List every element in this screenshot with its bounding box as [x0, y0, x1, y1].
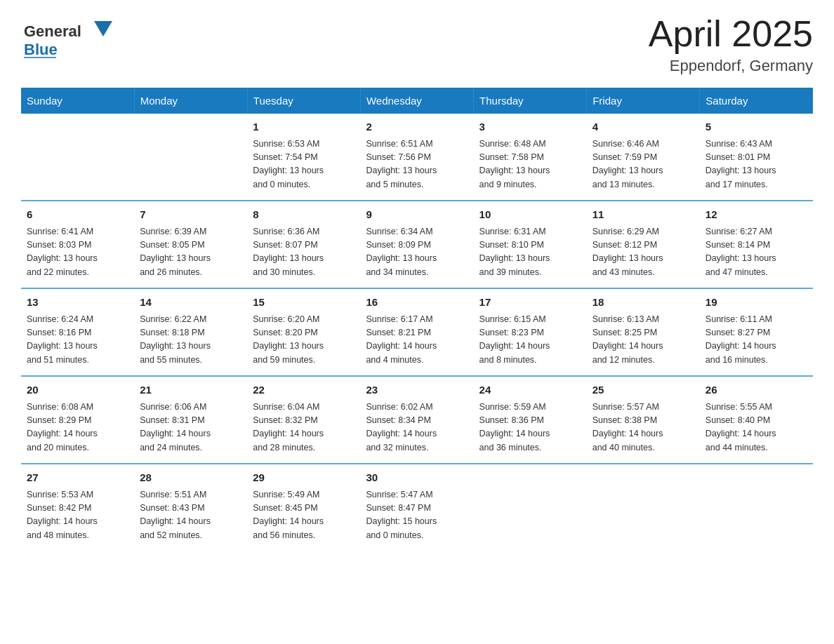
- day-number: 6: [27, 207, 128, 223]
- day-info: Sunrise: 6:41 AM Sunset: 8:03 PM Dayligh…: [27, 225, 128, 280]
- logo-svg: General Blue: [21, 14, 112, 60]
- day-info: Sunrise: 6:08 AM Sunset: 8:29 PM Dayligh…: [27, 401, 128, 455]
- day-info: Sunrise: 6:20 AM Sunset: 8:20 PM Dayligh…: [253, 313, 355, 368]
- day-info: Sunrise: 6:29 AM Sunset: 8:12 PM Dayligh…: [593, 225, 694, 280]
- calendar-cell: [700, 464, 813, 551]
- day-number: 2: [366, 119, 468, 135]
- calendar-cell: 18Sunrise: 6:13 AM Sunset: 8:25 PM Dayli…: [587, 288, 700, 376]
- calendar-week-row: 20Sunrise: 6:08 AM Sunset: 8:29 PM Dayli…: [21, 376, 813, 464]
- calendar-cell: 21Sunrise: 6:06 AM Sunset: 8:31 PM Dayli…: [134, 376, 247, 464]
- day-number: 1: [253, 119, 355, 135]
- day-info: Sunrise: 6:15 AM Sunset: 8:23 PM Dayligh…: [479, 313, 581, 368]
- day-info: Sunrise: 6:31 AM Sunset: 8:10 PM Dayligh…: [479, 225, 581, 280]
- day-number: 11: [593, 207, 694, 223]
- day-info: Sunrise: 6:43 AM Sunset: 8:01 PM Dayligh…: [706, 137, 807, 192]
- calendar-header-row: SundayMondayTuesdayWednesdayThursdayFrid…: [21, 88, 813, 114]
- day-number: 30: [366, 470, 468, 486]
- day-number: 12: [706, 207, 807, 223]
- day-number: 17: [479, 295, 581, 311]
- calendar-cell: 15Sunrise: 6:20 AM Sunset: 8:20 PM Dayli…: [247, 288, 360, 376]
- day-info: Sunrise: 6:46 AM Sunset: 7:59 PM Dayligh…: [593, 137, 694, 192]
- day-info: Sunrise: 6:04 AM Sunset: 8:32 PM Dayligh…: [253, 401, 355, 455]
- calendar-cell: 7Sunrise: 6:39 AM Sunset: 8:05 PM Daylig…: [134, 201, 247, 288]
- day-number: 15: [253, 295, 355, 311]
- calendar-cell: 3Sunrise: 6:48 AM Sunset: 7:58 PM Daylig…: [474, 114, 587, 201]
- calendar-cell: 28Sunrise: 5:51 AM Sunset: 8:43 PM Dayli…: [134, 464, 247, 551]
- svg-marker-1: [94, 21, 112, 36]
- calendar-cell: 6Sunrise: 6:41 AM Sunset: 8:03 PM Daylig…: [21, 201, 134, 288]
- calendar-cell: 9Sunrise: 6:34 AM Sunset: 8:09 PM Daylig…: [360, 201, 473, 288]
- calendar-week-row: 13Sunrise: 6:24 AM Sunset: 8:16 PM Dayli…: [21, 288, 813, 376]
- calendar-cell: 2Sunrise: 6:51 AM Sunset: 7:56 PM Daylig…: [360, 114, 473, 201]
- day-info: Sunrise: 5:51 AM Sunset: 8:43 PM Dayligh…: [140, 488, 241, 543]
- day-number: 29: [253, 470, 355, 486]
- day-of-week-header: Saturday: [700, 88, 813, 114]
- calendar-cell: 27Sunrise: 5:53 AM Sunset: 8:42 PM Dayli…: [21, 464, 134, 551]
- calendar-cell: 19Sunrise: 6:11 AM Sunset: 8:27 PM Dayli…: [700, 288, 813, 376]
- day-of-week-header: Thursday: [474, 88, 587, 114]
- day-info: Sunrise: 6:22 AM Sunset: 8:18 PM Dayligh…: [140, 313, 241, 368]
- day-number: 5: [706, 119, 807, 135]
- day-number: 22: [253, 382, 355, 398]
- day-number: 27: [27, 470, 128, 486]
- day-number: 3: [479, 119, 581, 135]
- title-block: April 2025 Eppendorf, Germany: [649, 14, 813, 75]
- day-number: 18: [593, 295, 694, 311]
- page-subtitle: Eppendorf, Germany: [649, 57, 813, 75]
- day-info: Sunrise: 5:55 AM Sunset: 8:40 PM Dayligh…: [706, 401, 807, 455]
- calendar-cell: 13Sunrise: 6:24 AM Sunset: 8:16 PM Dayli…: [21, 288, 134, 376]
- day-number: 13: [27, 295, 128, 311]
- day-info: Sunrise: 6:39 AM Sunset: 8:05 PM Dayligh…: [140, 225, 241, 280]
- calendar-cell: 11Sunrise: 6:29 AM Sunset: 8:12 PM Dayli…: [587, 201, 700, 288]
- day-info: Sunrise: 6:27 AM Sunset: 8:14 PM Dayligh…: [706, 225, 807, 280]
- day-info: Sunrise: 5:49 AM Sunset: 8:45 PM Dayligh…: [253, 488, 355, 543]
- calendar-cell: 10Sunrise: 6:31 AM Sunset: 8:10 PM Dayli…: [474, 201, 587, 288]
- day-info: Sunrise: 6:36 AM Sunset: 8:07 PM Dayligh…: [253, 225, 355, 280]
- day-info: Sunrise: 6:02 AM Sunset: 8:34 PM Dayligh…: [366, 401, 468, 455]
- day-info: Sunrise: 6:17 AM Sunset: 8:21 PM Dayligh…: [366, 313, 468, 368]
- day-of-week-header: Monday: [134, 88, 247, 114]
- calendar-cell: 20Sunrise: 6:08 AM Sunset: 8:29 PM Dayli…: [21, 376, 134, 464]
- calendar-cell: 14Sunrise: 6:22 AM Sunset: 8:18 PM Dayli…: [134, 288, 247, 376]
- calendar-week-row: 27Sunrise: 5:53 AM Sunset: 8:42 PM Dayli…: [21, 464, 813, 551]
- day-number: 16: [366, 295, 468, 311]
- day-number: 4: [593, 119, 694, 135]
- calendar-cell: 16Sunrise: 6:17 AM Sunset: 8:21 PM Dayli…: [360, 288, 473, 376]
- day-info: Sunrise: 6:51 AM Sunset: 7:56 PM Dayligh…: [366, 137, 468, 192]
- calendar-cell: 23Sunrise: 6:02 AM Sunset: 8:34 PM Dayli…: [360, 376, 473, 464]
- day-info: Sunrise: 6:48 AM Sunset: 7:58 PM Dayligh…: [479, 137, 581, 192]
- day-info: Sunrise: 6:11 AM Sunset: 8:27 PM Dayligh…: [706, 313, 807, 368]
- calendar-cell: 26Sunrise: 5:55 AM Sunset: 8:40 PM Dayli…: [700, 376, 813, 464]
- day-info: Sunrise: 5:57 AM Sunset: 8:38 PM Dayligh…: [593, 401, 694, 455]
- day-of-week-header: Tuesday: [247, 88, 360, 114]
- page-title: April 2025: [649, 14, 813, 54]
- day-number: 10: [479, 207, 581, 223]
- day-number: 23: [366, 382, 468, 398]
- day-info: Sunrise: 5:47 AM Sunset: 8:47 PM Dayligh…: [366, 488, 468, 543]
- day-info: Sunrise: 6:06 AM Sunset: 8:31 PM Dayligh…: [140, 401, 241, 455]
- calendar-cell: 4Sunrise: 6:46 AM Sunset: 7:59 PM Daylig…: [587, 114, 700, 201]
- calendar-cell: [587, 464, 700, 551]
- day-number: 19: [706, 295, 807, 311]
- logo: General Blue: [21, 14, 112, 60]
- calendar-week-row: 1Sunrise: 6:53 AM Sunset: 7:54 PM Daylig…: [21, 114, 813, 201]
- calendar-cell: 29Sunrise: 5:49 AM Sunset: 8:45 PM Dayli…: [247, 464, 360, 551]
- day-of-week-header: Wednesday: [360, 88, 473, 114]
- day-number: 9: [366, 207, 468, 223]
- day-number: 20: [27, 382, 128, 398]
- day-of-week-header: Sunday: [21, 88, 134, 114]
- day-number: 24: [479, 382, 581, 398]
- day-info: Sunrise: 6:13 AM Sunset: 8:25 PM Dayligh…: [593, 313, 694, 368]
- calendar-cell: 22Sunrise: 6:04 AM Sunset: 8:32 PM Dayli…: [247, 376, 360, 464]
- day-number: 28: [140, 470, 241, 486]
- day-of-week-header: Friday: [587, 88, 700, 114]
- day-info: Sunrise: 6:53 AM Sunset: 7:54 PM Dayligh…: [253, 137, 355, 192]
- day-number: 25: [593, 382, 694, 398]
- calendar-cell: 24Sunrise: 5:59 AM Sunset: 8:36 PM Dayli…: [474, 376, 587, 464]
- svg-text:Blue: Blue: [24, 41, 58, 58]
- calendar-week-row: 6Sunrise: 6:41 AM Sunset: 8:03 PM Daylig…: [21, 201, 813, 288]
- calendar-cell: 25Sunrise: 5:57 AM Sunset: 8:38 PM Dayli…: [587, 376, 700, 464]
- calendar-cell: 12Sunrise: 6:27 AM Sunset: 8:14 PM Dayli…: [700, 201, 813, 288]
- day-number: 21: [140, 382, 241, 398]
- day-number: 8: [253, 207, 355, 223]
